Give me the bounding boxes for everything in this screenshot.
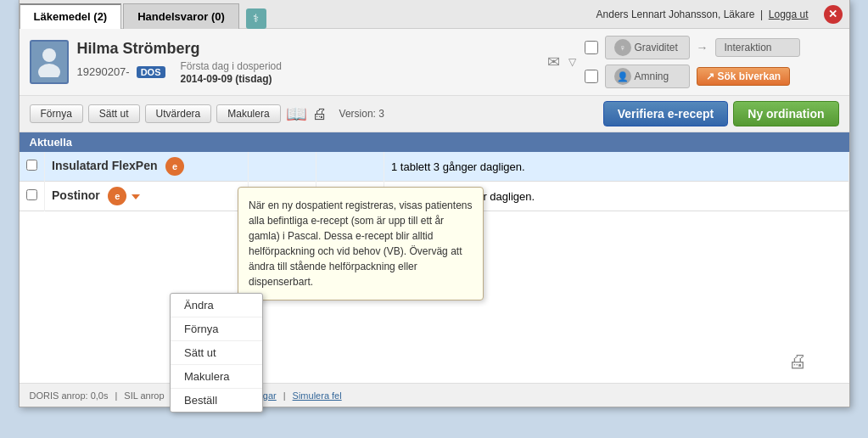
patient-name: Hilma Strömberg xyxy=(77,40,539,58)
user-info: Anders Lennart Johansson, Läkare | Logga… xyxy=(596,8,809,20)
row2-checkbox[interactable] xyxy=(26,189,37,200)
dos-badge: DOS xyxy=(137,66,165,78)
tooltip-text: När en ny dospatient registreras, visas … xyxy=(249,199,472,288)
med-name-insulatard: Insulatard FlexPen xyxy=(52,159,157,172)
context-menu-item-fornya[interactable]: Förnya xyxy=(171,317,262,341)
mail-icon[interactable]: ✉ xyxy=(547,53,560,71)
tab-handelsvaror[interactable]: Handelsvaror (0) xyxy=(123,3,239,29)
context-menu-item-andra[interactable]: Ändra xyxy=(171,294,262,317)
close-button[interactable]: ✕ xyxy=(824,5,843,24)
book-icon[interactable]: 📖 xyxy=(286,104,307,124)
svg-point-0 xyxy=(42,48,56,62)
gravidity-button[interactable]: ♀ Graviditet xyxy=(605,36,690,59)
version-text: Version: 3 xyxy=(339,108,384,120)
patient-actions: ♀ Graviditet → Interaktion 👤 Amning ↗ Sö… xyxy=(585,36,839,88)
simulera-link[interactable]: Simulera fel xyxy=(293,390,342,401)
first-day-value: 2014-09-09 (tisdag) xyxy=(181,73,272,85)
form-1 xyxy=(316,152,384,182)
satt-ut-button[interactable]: Sätt ut xyxy=(88,104,140,123)
logout-link[interactable]: Logga ut xyxy=(769,8,809,20)
verifiera-button[interactable]: Verifiera e-recept xyxy=(603,101,729,126)
patient-info: Hilma Strömberg 19290207- DOS Första dag… xyxy=(77,40,539,85)
amning-icon: 👤 xyxy=(614,68,631,85)
patient-id: 19290207- xyxy=(77,65,130,78)
svg-point-1 xyxy=(38,64,60,77)
strength-1 xyxy=(249,152,316,182)
context-menu-item-makulera[interactable]: Makulera xyxy=(171,365,262,389)
sil-label: SIL anrop xyxy=(124,390,164,401)
gravidity-checkbox[interactable] xyxy=(585,41,598,54)
toolbar: Förnya Sätt ut Utvärdera Makulera 📖 🖨 Ve… xyxy=(20,96,849,132)
tab-bar: Läkemedel (2) Handelsvaror (0) ⚕ xyxy=(20,0,266,29)
patient-header: Hilma Strömberg 19290207- DOS Första dag… xyxy=(20,29,849,96)
biverkan-arrow-icon: ↗ xyxy=(706,70,714,82)
sok-biverkan-button[interactable]: ↗ Sök biverkan xyxy=(697,67,791,86)
med-name-postinor: Postinor xyxy=(52,188,100,202)
amning-button[interactable]: 👤 Amning xyxy=(605,65,690,88)
first-day-label: Första dag i dosperiod xyxy=(181,60,282,72)
context-menu-item-bestall[interactable]: Beställ xyxy=(171,389,262,412)
tab-handelsvaror-label: Handelsvaror (0) xyxy=(137,10,225,23)
top-bar: Läkemedel (2) Handelsvaror (0) ⚕ Anders … xyxy=(20,0,849,29)
printer-icon[interactable]: 🖨 xyxy=(312,105,328,123)
expand-icon[interactable]: ▽ xyxy=(568,56,576,68)
context-menu: Ändra Förnya Sätt ut Makulera Beställ xyxy=(170,293,263,413)
tab-lakemedel-label: Läkemedel (2) xyxy=(34,10,108,23)
amning-checkbox[interactable] xyxy=(585,70,598,83)
tab-extra-icon[interactable]: ⚕ xyxy=(246,8,266,29)
interaktion-button[interactable]: Interaktion xyxy=(715,38,800,57)
dosage-1: 1 tablett 3 gånger dagligen. xyxy=(384,152,849,182)
doris-label: DORIS anrop: 0,0s xyxy=(30,390,109,401)
tab-lakemedel[interactable]: Läkemedel (2) xyxy=(20,3,122,29)
footer: DORIS anrop: 0,0s | SIL anrop ng av/sätt… xyxy=(20,383,849,407)
erecept-icon-2: e xyxy=(108,187,126,205)
dropdown-arrow-2[interactable] xyxy=(132,194,140,199)
gravidity-icon: ♀ xyxy=(614,39,631,56)
makulera-button[interactable]: Makulera xyxy=(216,104,280,123)
patient-avatar xyxy=(30,40,69,84)
utvardera-button[interactable]: Utvärdera xyxy=(145,104,212,123)
table-row: Insulatard FlexPen e 1 tablett 3 gånger … xyxy=(20,152,849,182)
row1-checkbox[interactable] xyxy=(26,160,37,171)
tooltip-popup: När en ny dospatient registreras, visas … xyxy=(238,187,484,300)
fornya-button[interactable]: Förnya xyxy=(30,104,83,123)
footer-print-icon[interactable]: 🖨 xyxy=(788,351,807,373)
context-menu-item-satt-ut[interactable]: Sätt ut xyxy=(171,341,262,365)
ny-ordination-button[interactable]: Ny ordination xyxy=(733,101,838,126)
aktuella-section-header: Aktuella xyxy=(20,132,849,152)
erecept-icon-1: e xyxy=(165,157,184,176)
